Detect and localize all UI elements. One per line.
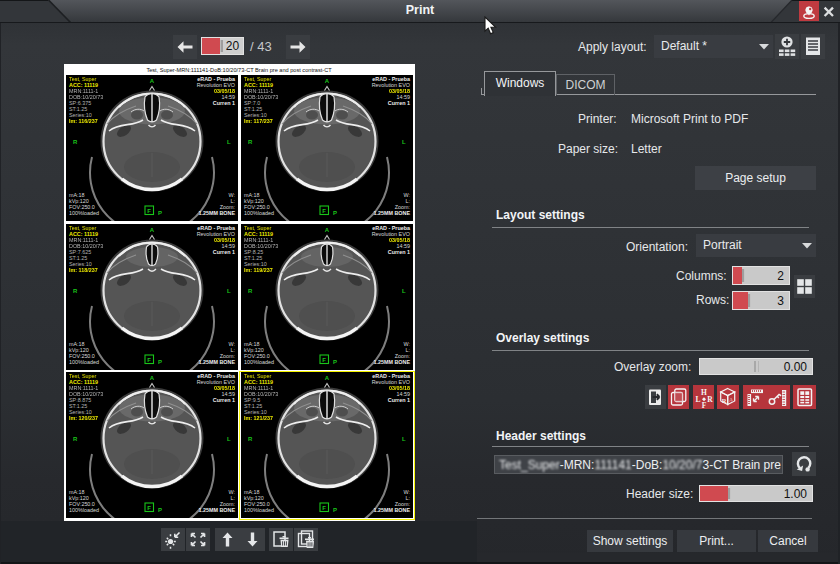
- svg-text:100%loaded: 100%loaded: [69, 507, 99, 513]
- svg-text:F: F: [322, 357, 326, 363]
- svg-text:Test, Super-MRN:111141-DoB:10/: Test, Super-MRN:111141-DoB:10/20/73-CT B…: [146, 67, 332, 73]
- svg-text:1.25MM BONE: 1.25MM BONE: [198, 507, 235, 513]
- svg-text:R: R: [73, 436, 78, 442]
- svg-text:L: L: [227, 436, 231, 442]
- svg-text:R: R: [73, 288, 78, 294]
- svg-text:Curren 1: Curren 1: [213, 397, 235, 403]
- svg-text:Curren 1: Curren 1: [213, 100, 235, 106]
- svg-text:Curren 1: Curren 1: [213, 249, 235, 255]
- svg-text:L: L: [402, 139, 406, 145]
- svg-text:A: A: [150, 375, 155, 381]
- svg-text:F: F: [147, 505, 151, 511]
- svg-text:A: A: [324, 227, 329, 233]
- svg-text:F: F: [701, 401, 706, 410]
- svg-text:1.25MM BONE: 1.25MM BONE: [198, 359, 235, 365]
- svg-text:1.25MM BONE: 1.25MM BONE: [373, 210, 410, 216]
- svg-text:100%loaded: 100%loaded: [69, 359, 99, 365]
- svg-text:A: A: [324, 78, 329, 84]
- svg-text:1.25MM BONE: 1.25MM BONE: [198, 210, 235, 216]
- svg-text:R: R: [248, 288, 253, 294]
- svg-text:P: P: [158, 359, 162, 365]
- svg-text:P: P: [158, 507, 162, 513]
- svg-text:Im: 116/237: Im: 116/237: [69, 118, 98, 124]
- svg-text:100%loaded: 100%loaded: [244, 359, 274, 365]
- svg-text:A: A: [150, 78, 155, 84]
- svg-text:L: L: [227, 139, 231, 145]
- svg-text:Curren 1: Curren 1: [387, 100, 409, 106]
- svg-text:Im: 119/237: Im: 119/237: [244, 267, 273, 273]
- svg-text:R: R: [722, 397, 727, 404]
- svg-text:L: L: [402, 288, 406, 294]
- svg-text:100%loaded: 100%loaded: [69, 210, 99, 216]
- svg-text:100%loaded: 100%loaded: [244, 210, 274, 216]
- svg-text:1.25MM BONE: 1.25MM BONE: [373, 359, 410, 365]
- svg-text:H: H: [701, 388, 707, 397]
- svg-text:Im: 117/237: Im: 117/237: [244, 118, 273, 124]
- svg-text:Im: 118/237: Im: 118/237: [69, 267, 98, 273]
- svg-text:F: F: [322, 208, 326, 214]
- svg-text:P: P: [333, 359, 337, 365]
- svg-text:F: F: [147, 357, 151, 363]
- svg-text:R: R: [248, 139, 253, 145]
- svg-text:R: R: [73, 139, 78, 145]
- svg-text:A: A: [150, 227, 155, 233]
- svg-text:Curren 1: Curren 1: [387, 249, 409, 255]
- svg-text:L: L: [227, 288, 231, 294]
- svg-text:P: P: [333, 210, 337, 216]
- svg-text:P: P: [158, 210, 162, 216]
- svg-text:Im: 120/237: Im: 120/237: [69, 415, 98, 421]
- svg-text:R: R: [707, 395, 713, 404]
- svg-text:L: L: [695, 395, 700, 404]
- svg-text:F: F: [147, 208, 151, 214]
- svg-text:A: A: [729, 396, 734, 403]
